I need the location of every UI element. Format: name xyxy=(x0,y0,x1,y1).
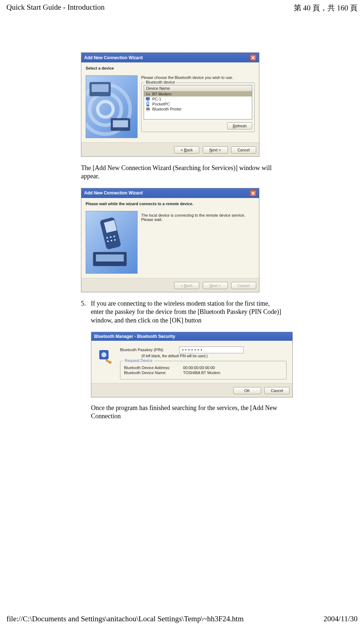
window-title: Add New Connection Wizard xyxy=(84,55,143,60)
status-message: The local device is connecting to the re… xyxy=(141,213,255,217)
pin-hint: (If left blank, the default PIN will be … xyxy=(142,354,287,358)
svg-rect-15 xyxy=(147,110,149,111)
instruction-text: Please choose the Bluetooth device you w… xyxy=(141,75,255,80)
svg-point-25 xyxy=(114,239,116,241)
request-legend: Request Device xyxy=(123,358,154,363)
step-5: 5. If you are connecting to the wireless… xyxy=(81,300,282,325)
cancel-button[interactable]: Cancel xyxy=(231,146,256,154)
doc-title: Quick Start Guide - Introduction xyxy=(6,3,105,13)
list-item[interactable]: Bluetooth Printer xyxy=(144,107,252,112)
wizard-select-device: Add New Connection Wizard Select a devic… xyxy=(81,52,259,157)
svg-rect-17 xyxy=(96,254,124,261)
printer-icon xyxy=(145,107,150,111)
body-text: The [Add New Connection Wizard (Searchin… xyxy=(81,164,282,181)
pc-icon xyxy=(145,97,150,101)
window-title: Bluetooth Manager - Bluetooth Security xyxy=(94,334,175,339)
body-text-truncated: Once the program has finished searching … xyxy=(91,404,292,421)
ok-button[interactable]: OK xyxy=(233,387,261,394)
addr-value: 00:00:00:00:00:00 xyxy=(183,366,215,370)
pin-input[interactable]: ••••••• xyxy=(179,346,244,353)
svg-point-24 xyxy=(111,240,112,241)
svg-rect-8 xyxy=(147,92,147,94)
status-message: Please wait. xyxy=(141,217,255,222)
svg-point-27 xyxy=(101,352,106,357)
cancel-button: Cancel xyxy=(231,282,256,289)
list-item[interactable]: BT Modem xyxy=(144,91,252,96)
step-heading: Select a device xyxy=(86,66,255,70)
step-number: 5. xyxy=(81,300,86,325)
column-header: Device Name xyxy=(144,85,252,91)
wizard-illustration xyxy=(86,211,138,274)
wizard-connecting: Add New Connection Wizard Please wait wh… xyxy=(81,188,259,292)
pda-icon xyxy=(145,102,150,106)
svg-rect-12 xyxy=(147,102,149,105)
next-button[interactable]: Next > xyxy=(203,146,228,154)
name-label: Bluetooth Device Name: xyxy=(124,371,179,375)
pin-label: Bluetooth Passkey (PIN): xyxy=(120,348,176,352)
svg-rect-4 xyxy=(92,84,109,92)
name-value: TOSHIBA BT Modem xyxy=(183,371,220,375)
list-item[interactable]: PocketPC xyxy=(144,102,252,107)
svg-rect-6 xyxy=(113,120,128,127)
security-key-icon xyxy=(97,348,114,364)
svg-point-23 xyxy=(107,240,109,242)
device-list[interactable]: Device Name BT Modem PC-1 PocketPC Bluet… xyxy=(144,85,252,119)
addr-label: Bluetooth Device Address: xyxy=(124,366,179,370)
svg-point-22 xyxy=(113,235,115,237)
cancel-button[interactable]: Cancel xyxy=(264,387,289,394)
modem-icon xyxy=(145,92,150,96)
close-icon[interactable] xyxy=(250,55,256,61)
svg-rect-10 xyxy=(147,100,149,101)
refresh-button[interactable]: Refresh xyxy=(227,122,252,129)
footer-date: 2004/11/30 xyxy=(324,614,358,623)
window-title: Add New Connection Wizard xyxy=(84,190,143,195)
wizard-illustration xyxy=(86,75,138,138)
svg-point-20 xyxy=(106,237,108,239)
page-indicator: 第 40 頁，共 160 頁 xyxy=(294,3,358,13)
fieldset-legend: Bluetooth device xyxy=(144,80,176,84)
bluetooth-security-dialog: Bluetooth Manager - Bluetooth Security B… xyxy=(91,332,293,397)
next-button: Next > xyxy=(203,282,228,289)
svg-point-2 xyxy=(98,102,113,117)
svg-rect-9 xyxy=(146,97,150,100)
svg-rect-7 xyxy=(146,93,150,95)
back-button: < Back xyxy=(174,282,199,289)
file-path: file://C:\Documents and Settings\anitach… xyxy=(6,614,244,623)
step-text: If you are connecting to the wireless mo… xyxy=(91,300,282,325)
svg-point-21 xyxy=(110,236,112,238)
close-icon[interactable] xyxy=(250,190,256,196)
svg-point-28 xyxy=(109,361,111,363)
list-item[interactable]: PC-1 xyxy=(144,96,252,102)
step-heading: Please wait while the wizard connects to… xyxy=(86,202,255,206)
svg-rect-14 xyxy=(147,107,149,108)
back-button[interactable]: < Back xyxy=(174,146,199,154)
